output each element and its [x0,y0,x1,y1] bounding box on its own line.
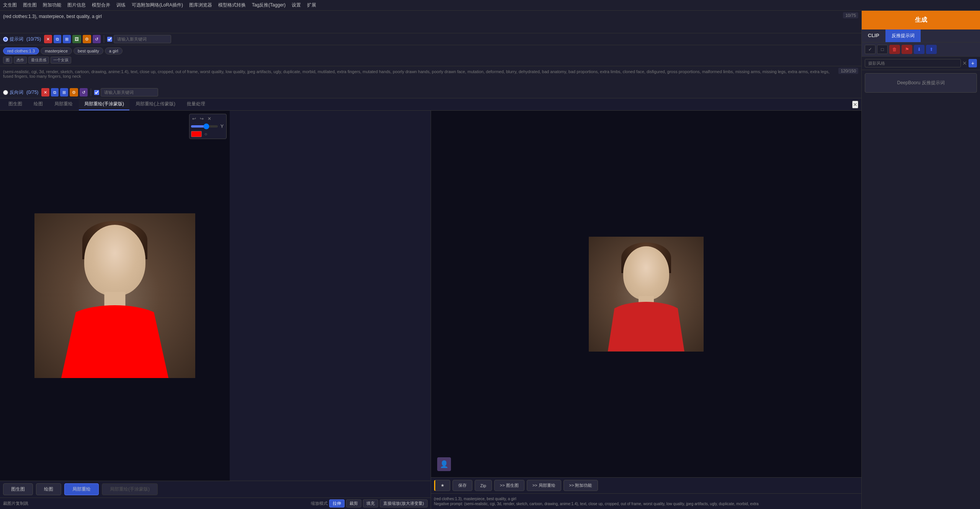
prompt-info-negative: Negative prompt: (semi-realistic, cgi, 3… [434,502,859,506]
neg-delete-btn[interactable]: ✕ [41,88,49,97]
left-canvas-section: ↩ ↪ ✕ Y ○ [0,111,431,509]
tag-chip-masterpiece[interactable]: masterpiece [41,47,72,54]
clip-label: CLIP [862,29,885,42]
tool-flag-btn[interactable]: ⚑ [902,45,912,54]
sidebar-tools: ✓ □ 🗑 ⚑ ⬇ ⬆ [862,43,980,57]
painting-container[interactable] [0,111,230,481]
tab-batch[interactable]: 批量处理 [181,98,211,110]
tag-copy-btn[interactable]: ⧉ [54,35,61,43]
tool-upload-btn[interactable]: ⬆ [926,45,937,54]
neg-keyword-checkbox[interactable] [94,90,99,95]
btn-send-inpaint[interactable]: >> 局部重绘 [527,480,561,491]
menu-item-lora[interactable]: 可选附加网络(LoRA插件) [132,2,183,8]
style-close-btn[interactable]: ✕ [962,60,967,66]
tool-check-btn[interactable]: ✓ [865,45,875,54]
generate-button[interactable]: 生成 [862,11,980,29]
tag-paste-btn[interactable]: ⊞ [63,35,71,43]
neg-radio[interactable] [3,90,8,95]
negative-prompt-textarea[interactable]: (semi-realistic, cgi, 3d, render, sketch… [0,66,861,85]
brush-circle-btn[interactable]: ○ [203,131,208,137]
btn-inpaint[interactable]: 局部重绘 [64,483,99,495]
zoom-crop[interactable]: 裁剪 [346,499,361,507]
tag-chip-a-girl[interactable]: a girl [105,47,122,54]
tag-chip-red-clothes[interactable]: red clothes:1.3 [3,47,39,54]
menu-item-train[interactable]: 训练 [116,2,126,8]
btn-star[interactable]: ★ [434,480,450,491]
style-input-row: ✕ + [862,57,980,70]
menu-item-settings[interactable]: 设置 [292,2,301,8]
neg-refresh-btn[interactable]: ↺ [80,88,88,97]
prompt-info-positive: (red clothes:1.3), masterpiece, best qua… [434,497,859,501]
sub-tag-tu[interactable]: 图 [3,57,12,64]
tag-refresh-btn[interactable]: ↺ [93,35,101,43]
neg-keyword-input[interactable] [101,88,158,97]
sidebar-top: 生成 CLIP 反推提示词 ✓ □ 🗑 ⚑ ⬇ ⬆ ✕ + [862,11,980,96]
brush-close-btn[interactable]: ✕ [206,116,212,122]
btn-img2img[interactable]: 图生图 [3,483,33,495]
clip-reverse-btn[interactable]: 反推提示词 [885,29,921,42]
brush-color-red[interactable] [191,131,202,137]
zoom-stretch[interactable]: 拉伸 [329,499,345,507]
tool-download-btn[interactable]: ⬇ [914,45,924,54]
style-add-btn[interactable]: + [969,59,977,67]
neg-label: 反向词 [10,89,23,96]
brush-size-slider[interactable] [191,125,218,128]
prompt-radio[interactable] [3,37,8,42]
sub-tag-jiezuo[interactable]: 杰作 [14,57,27,64]
canvas-main-row: ↩ ↪ ✕ Y ○ [0,111,861,509]
brush-undo-btn[interactable]: ↩ [191,116,197,122]
tag-settings-btn[interactable]: ⚙ [83,35,91,43]
btn-send-img2img[interactable]: >> 图生图 [494,480,524,491]
btn-inpaint-sketch[interactable]: 局部重绘(手涂蒙版) [102,483,158,495]
close-tab-btn[interactable]: ✕ [852,101,858,108]
tab-inpaint-upload[interactable]: 局部重绘(上传蒙版) [130,98,181,110]
menu-item-txt2img[interactable]: 文生图 [3,2,17,8]
negative-prompt-counter: 120/150 [838,68,858,74]
zoom-fill[interactable]: 填充 [363,499,378,507]
positive-prompt-section: 10/75 (red clothes:1.3), masterpiece, be… [0,11,861,33]
tags-area: red clothes:1.3 masterpiece best quality… [0,45,861,66]
keyword-checkbox[interactable] [107,37,112,42]
tool-trash-btn[interactable]: 🗑 [889,45,900,54]
sub-tag-girl[interactable]: 一个女孩 [51,57,71,64]
tag-delete-btn[interactable]: ✕ [44,35,52,43]
keyword-input[interactable] [114,35,171,43]
tab-img2img[interactable]: 图生图 [3,98,28,110]
main-content: 图生图 绘图 局部重绘 局部重绘(手涂蒙版) 局部重绘(上传蒙版) 批量处理 ✕ [0,98,861,509]
tab-inpaint[interactable]: 局部重绘 [49,98,78,110]
positive-prompt-textarea[interactable]: (red clothes:1.3), masterpiece, best qua… [0,11,861,32]
menu-item-convert[interactable]: 模型格式转换 [218,2,246,8]
btn-save[interactable]: 保存 [452,480,472,491]
negative-prompt-section: 120/150 (semi-realistic, cgi, 3d, render… [0,66,861,87]
neg-copy-btn[interactable]: ⧉ [51,88,59,97]
zoom-direct[interactable]: 直接缩放(放大潜变量) [380,499,427,507]
menu-item-gallery[interactable]: 图库浏览器 [189,2,212,8]
neg-settings-btn[interactable]: ⚙ [70,88,78,97]
sub-tag-quality[interactable]: 最佳质感 [28,57,49,64]
avatar-icon[interactable]: 👤 [437,457,451,471]
menu-item-img2img[interactable]: 图生图 [23,2,37,8]
tab-sketch[interactable]: 绘图 [28,98,48,110]
zoom-controls: 裁图片复制跳 缩放模式 拉伸 裁剪 填充 直接缩放(放大潜变量) [0,498,431,509]
tag-chip-best-quality[interactable]: best quality [74,47,103,54]
menu-item-tagger[interactable]: Tag反推(Tagger) [252,2,286,8]
main-layout: 10/75 (red clothes:1.3), masterpiece, be… [0,11,980,509]
brush-redo-btn[interactable]: ↪ [199,116,205,122]
brush-y-btn[interactable]: Y [219,123,225,129]
btn-send-extras[interactable]: >> 附加功能 [564,480,598,491]
style-input[interactable] [865,59,961,67]
deepbooru-label: DeepBooru 反推提示词 [897,80,944,85]
tool-square-btn[interactable]: □ [877,45,888,54]
output-red-top [608,302,684,352]
menu-item-imginfo[interactable]: 图片信息 [67,2,86,8]
right-output-section: 👤 ★ 保存 Zip >> 图生图 >> 局部重绘 >> 附加功能 [431,111,862,509]
btn-zip[interactable]: Zip [475,480,492,491]
menu-item-extensions[interactable]: 扩展 [307,2,316,8]
tab-inpaint-sketch[interactable]: 局部重绘(手涂蒙版) [79,98,129,110]
tag-img-btn[interactable]: 🖼 [72,35,81,43]
btn-sketch[interactable]: 绘图 [36,483,61,495]
menu-item-extras[interactable]: 附加功能 [43,2,61,8]
neg-paste-btn[interactable]: ⊞ [60,88,68,97]
menu-item-merge[interactable]: 模型合并 [92,2,110,8]
tag-divider [104,35,104,43]
